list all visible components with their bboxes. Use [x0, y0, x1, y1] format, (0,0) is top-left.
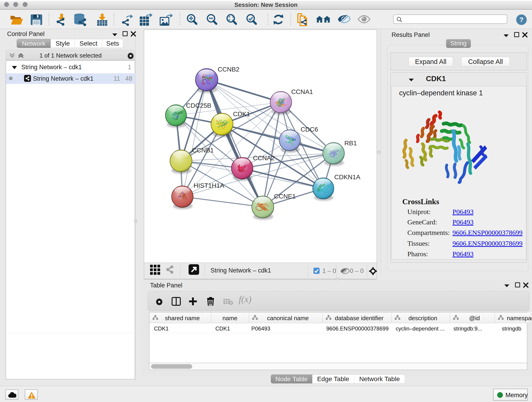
svg-text:CCNB2: CCNB2 [218, 66, 239, 73]
svg-text:CDKN1A: CDKN1A [334, 173, 360, 181]
svg-text:CDC6: CDC6 [301, 126, 318, 133]
svg-text:?: ? [519, 16, 524, 23]
svg-text:CCNB1: CCNB1 [192, 147, 214, 154]
svg-text:CDC25B: CDC25B [186, 102, 211, 109]
svg-text:CDK1: CDK1 [233, 110, 250, 118]
svg-text:RB1: RB1 [344, 140, 357, 147]
svg-text:HIST1H1A: HIST1H1A [194, 182, 224, 189]
svg-text:CCNA1: CCNA1 [291, 88, 313, 95]
svg-text:CCNE1: CCNE1 [274, 193, 296, 200]
svg-text:CCNA2: CCNA2 [253, 154, 275, 162]
